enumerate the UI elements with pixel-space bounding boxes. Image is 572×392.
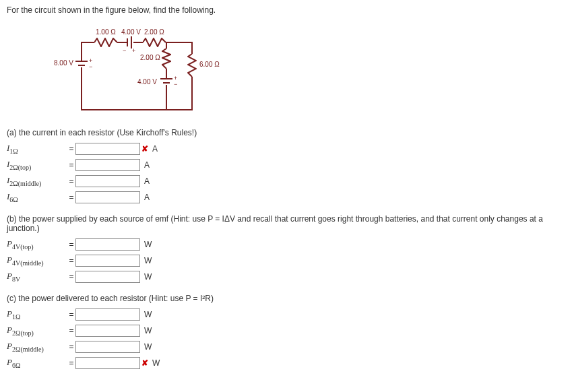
label-4v-mid: 4.00 V bbox=[137, 78, 157, 86]
part-c-unit: W bbox=[144, 310, 155, 319]
part-c-input[interactable] bbox=[75, 341, 140, 353]
label-r6: 6.00 Ω bbox=[199, 61, 220, 68]
resistor-6ohm bbox=[187, 54, 197, 77]
part-c-unit: W bbox=[144, 342, 155, 352]
part-c-label: P1Ω bbox=[7, 308, 67, 321]
equals-sign: = bbox=[67, 342, 75, 352]
equals-sign: = bbox=[67, 310, 75, 319]
part-a-input[interactable] bbox=[75, 143, 140, 155]
part-c-unit: W bbox=[152, 358, 163, 368]
part-a-row: I2Ω(middle)=A bbox=[7, 174, 565, 189]
part-c-prompt: (c) the power delivered to each resistor… bbox=[7, 294, 565, 303]
part-b-unit: W bbox=[144, 272, 155, 282]
equals-sign: = bbox=[67, 193, 75, 202]
part-b-label: P8V bbox=[7, 271, 67, 283]
label-4v-top: 4.00 V bbox=[121, 28, 141, 36]
part-b-label: P4V(top) bbox=[7, 238, 67, 251]
label-r2-mid: 2.00 Ω bbox=[140, 54, 160, 61]
part-c-input[interactable] bbox=[75, 325, 140, 337]
part-b-prompt: (b) the power supplied by each source of… bbox=[7, 214, 565, 233]
part-b-input[interactable] bbox=[75, 238, 140, 251]
part-a-unit: A bbox=[144, 176, 155, 186]
part-b-input[interactable] bbox=[75, 271, 140, 283]
wrong-mark-icon: ✘ bbox=[141, 358, 148, 368]
part-b-row: P4V(middle)=W bbox=[7, 253, 565, 268]
part-b-unit: W bbox=[144, 240, 155, 249]
label-8v: 8.00 V bbox=[54, 59, 73, 67]
part-c-label: P2Ω(middle) bbox=[7, 341, 67, 353]
equals-sign: = bbox=[67, 240, 75, 249]
label-r2-top: 2.00 Ω bbox=[144, 28, 164, 36]
equals-sign: = bbox=[67, 272, 75, 282]
equals-sign: = bbox=[67, 256, 75, 265]
part-a-input[interactable] bbox=[75, 159, 140, 171]
part-a-label: I2Ω(top) bbox=[7, 159, 67, 171]
resistor-1ohm-top bbox=[94, 38, 117, 47]
equals-sign: = bbox=[67, 358, 75, 368]
part-a-unit: A bbox=[144, 160, 155, 170]
part-b-label: P4V(middle) bbox=[7, 255, 67, 267]
part-c-label: P6Ω bbox=[7, 357, 67, 369]
question-stem: For the circuit shown in the figure belo… bbox=[7, 5, 565, 15]
part-b-row: P8V=W bbox=[7, 269, 565, 284]
wrong-mark-icon: ✘ bbox=[141, 144, 148, 154]
part-c-input[interactable] bbox=[75, 308, 140, 321]
part-c-label: P2Ω(top) bbox=[7, 325, 67, 337]
label-r1: 1.00 Ω bbox=[96, 28, 116, 36]
resistor-2ohm-top bbox=[143, 38, 166, 47]
part-b-row: P4V(top)=W bbox=[7, 237, 565, 252]
part-a-unit: A bbox=[144, 193, 155, 202]
part-c-row: P6Ω=✘W bbox=[7, 356, 565, 370]
part-c-input[interactable] bbox=[75, 357, 140, 369]
part-a-row: I1Ω=✘A bbox=[7, 141, 565, 156]
part-c-row: P2Ω(top)=W bbox=[7, 323, 565, 338]
part-c-unit: W bbox=[144, 326, 155, 335]
part-c-row: P1Ω=W bbox=[7, 307, 565, 322]
part-a-label: I1Ω bbox=[7, 143, 67, 155]
circuit-diagram: 1.00 Ω − + 4.00 V 2.00 Ω 6.00 Ω + − 8.00… bbox=[61, 22, 263, 116]
part-a-input[interactable] bbox=[75, 175, 140, 187]
part-a-row: I2Ω(top)=A bbox=[7, 158, 565, 172]
resistor-2ohm-middle bbox=[162, 48, 171, 69]
part-a-label: I6Ω bbox=[7, 191, 67, 203]
part-a-unit: A bbox=[152, 144, 163, 154]
equals-sign: = bbox=[67, 144, 75, 154]
part-c-row: P2Ω(middle)=W bbox=[7, 339, 565, 354]
equals-sign: = bbox=[67, 160, 75, 170]
part-b-unit: W bbox=[144, 256, 155, 265]
part-a-label: I2Ω(middle) bbox=[7, 175, 67, 187]
part-b-input[interactable] bbox=[75, 255, 140, 267]
part-a-prompt: (a) the current in each resistor (Use Ki… bbox=[7, 128, 565, 137]
part-a-input[interactable] bbox=[75, 191, 140, 203]
part-a-row: I6Ω=A bbox=[7, 190, 565, 205]
equals-sign: = bbox=[67, 326, 75, 335]
equals-sign: = bbox=[67, 176, 75, 186]
